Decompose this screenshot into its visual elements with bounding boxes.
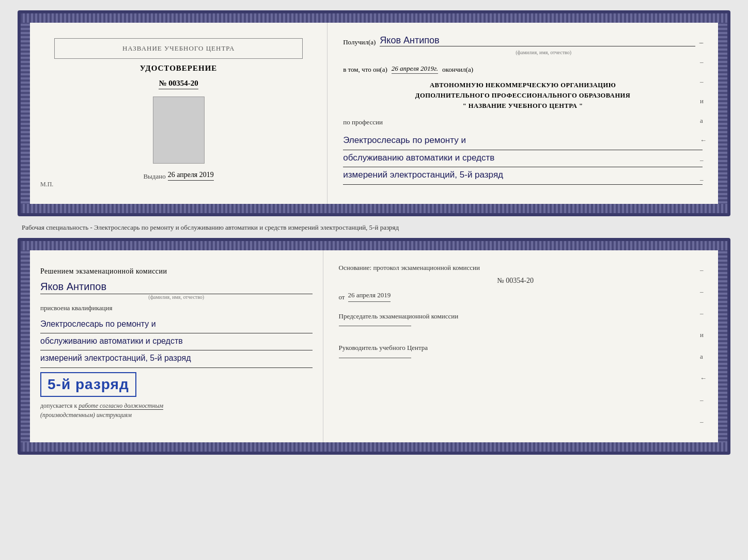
rank-badge: 5-й разряд [40, 372, 136, 397]
stamp-text: М.П. [40, 181, 53, 188]
protocol-section: Основание: протокол экзаменационной коми… [339, 263, 692, 303]
bottom-left-border [21, 241, 30, 452]
protocol-date-prefix: от [339, 292, 345, 303]
document-container: НАЗВАНИЕ УЧЕБНОГО ЦЕНТРА УДОСТОВЕРЕНИЕ №… [18, 10, 730, 455]
profession-line3: измерений электростанций, 5-й разряд [343, 167, 703, 185]
profession-text: Электрослесарь по ремонту и обслуживанию… [343, 133, 703, 185]
bottom-right-border [718, 241, 727, 452]
qual-line3: измерений электростанций, 5-й разряд [40, 350, 313, 367]
top-document: НАЗВАНИЕ УЧЕБНОГО ЦЕНТРА УДОСТОВЕРЕНИЕ №… [18, 10, 730, 216]
photo-placeholder [153, 97, 205, 164]
qualification-label: присвоена квалификация [40, 304, 313, 312]
recipient-sublabel: (фамилия, имя, отчество) [516, 50, 571, 55]
confirm-suffix: окончил(а) [442, 66, 473, 74]
cert-number: № 00354-20 [159, 79, 198, 89]
chairman-block: Председатель экзаменационной комиссии [339, 311, 692, 327]
top-left-panel: НАЗВАНИЕ УЧЕБНОГО ЦЕНТРА УДОСТОВЕРЕНИЕ №… [30, 23, 328, 204]
basis-label: Основание: протокол экзаменационной коми… [339, 263, 692, 274]
qualification-text: Электрослесарь по ремонту и обслуживанию… [40, 316, 313, 368]
between-label: Рабочая специальность - Электрослесарь п… [22, 222, 730, 233]
qual-line2: обслуживанию автоматики и средств [40, 333, 313, 350]
cert-title: УДОСТОВЕРЕНИЕ [140, 64, 217, 73]
chairman-signature-line [339, 326, 411, 326]
issued-label: Выдано [143, 172, 165, 181]
org-line1: АВТОНОМНУЮ НЕКОММЕРЧЕСКУЮ ОРГАНИЗАЦИЮ [343, 80, 703, 90]
protocol-number: № 00354-20 [339, 275, 692, 286]
issued-date: 26 апреля 2019 [168, 171, 214, 181]
confirm-prefix: в том, что он(а) [343, 66, 387, 74]
director-label: Руководитель учебного Центра [339, 343, 692, 354]
bottom-right-panel: Основание: протокол экзаменационной коми… [323, 250, 718, 442]
org-line2: ДОПОЛНИТЕЛЬНОГО ПРОФЕССИОНАЛЬНОГО ОБРАЗО… [343, 90, 703, 101]
right-dashes: – – – и а ← – – [700, 38, 707, 184]
recipient-name: Яков Антипов [380, 35, 439, 45]
right-border-pattern [718, 13, 727, 213]
protocol-date: 26 апреля 2019 [348, 290, 391, 302]
bottom-left-panel: Решением экзаменационной комиссии Яков А… [30, 250, 323, 442]
bottom-document: Решением экзаменационной комиссии Яков А… [18, 238, 730, 455]
org-block: АВТОНОМНУЮ НЕКОММЕРЧЕСКУЮ ОРГАНИЗАЦИЮ ДО… [343, 80, 703, 111]
допускается-line: допускается к работе согласно должностны… [40, 401, 313, 420]
recipient-prefix: Получил(а) [343, 38, 376, 46]
commission-heading: Решением экзаменационной комиссии [40, 266, 313, 277]
profession-line2: обслуживанию автоматики и средств [343, 150, 703, 168]
person-name: Яков Антипов [40, 281, 313, 294]
profession-line1: Электрослесарь по ремонту и [343, 133, 703, 150]
confirm-date: 26 апреля 2019г. [392, 65, 438, 74]
bottom-right-dashes: – – – и а ← – – – – [700, 266, 707, 455]
допускается-text: работе согласно должностным [79, 402, 163, 410]
left-border-pattern [21, 13, 30, 213]
инструкции-text: (производственным) инструкциям [40, 411, 132, 419]
profession-label: по профессии [343, 118, 383, 126]
director-signature-line [339, 358, 411, 358]
org-line3: " НАЗВАНИЕ УЧЕБНОГО ЦЕНТРА " [343, 101, 703, 111]
person-sublabel: (фамилия, имя, отчество) [148, 294, 204, 300]
school-name-box: НАЗВАНИЕ УЧЕБНОГО ЦЕНТРА [54, 38, 303, 59]
director-block: Руководитель учебного Центра [339, 343, 692, 358]
chairman-label: Председатель экзаменационной комиссии [339, 311, 692, 322]
допускается-prefix: допускается к [40, 402, 77, 409]
qual-line1: Электрослесарь по ремонту и [40, 316, 313, 333]
top-right-panel: Получил(а) Яков Антипов – (фамилия, имя,… [328, 23, 718, 204]
school-name-text: НАЗВАНИЕ УЧЕБНОГО ЦЕНТРА [122, 44, 235, 52]
